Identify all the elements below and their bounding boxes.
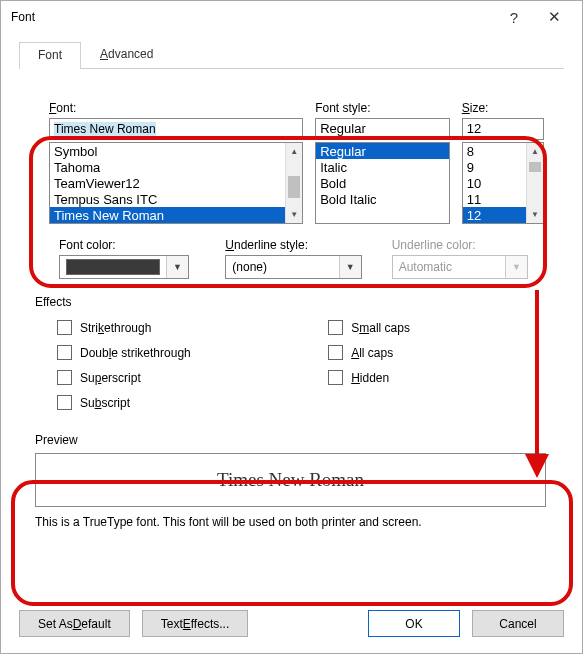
underline-color-label: Underline color: bbox=[392, 238, 528, 252]
font-style-label: Font style: bbox=[315, 101, 450, 115]
underline-style-column: Underline style: (none) ▼ bbox=[225, 238, 361, 279]
effects-label: Effects bbox=[35, 295, 564, 309]
underline-color-dropdown: Automatic ▼ bbox=[392, 255, 528, 279]
preview-label: Preview bbox=[35, 433, 546, 447]
preview-rule-left bbox=[67, 480, 197, 481]
close-button[interactable]: ✕ bbox=[534, 3, 574, 31]
font-selection-row: Font: Times New Roman Symbol Tahoma Team… bbox=[49, 101, 544, 224]
dialog-body: Font Advanced Font: Times New Roman Symb… bbox=[1, 33, 582, 598]
list-item[interactable]: Times New Roman bbox=[50, 207, 302, 223]
subscript-checkbox[interactable]: Subscript bbox=[57, 390, 328, 415]
cancel-button[interactable]: Cancel bbox=[472, 610, 564, 637]
list-item[interactable]: TeamViewer12 bbox=[50, 175, 302, 191]
chevron-down-icon[interactable]: ▼ bbox=[166, 256, 188, 278]
list-item[interactable]: Italic bbox=[316, 159, 449, 175]
scroll-up-icon[interactable]: ▲ bbox=[527, 143, 543, 160]
superscript-checkbox[interactable]: Superscript bbox=[57, 365, 328, 390]
button-bar: Set As Default Text Effects... OK Cancel bbox=[1, 598, 582, 653]
list-item[interactable]: Regular bbox=[316, 143, 449, 159]
font-size-column: Size: 12 8 9 10 11 12 ▲ ▼ bbox=[462, 101, 544, 224]
scroll-thumb[interactable] bbox=[529, 162, 541, 172]
underline-style-dropdown[interactable]: (none) ▼ bbox=[225, 255, 361, 279]
scroll-thumb[interactable] bbox=[288, 176, 300, 198]
scrollbar[interactable]: ▲ ▼ bbox=[285, 143, 302, 223]
effects-group: Effects Strikethrough Double strikethrou… bbox=[35, 295, 564, 415]
strikethrough-checkbox[interactable]: Strikethrough bbox=[57, 315, 328, 340]
list-item[interactable]: Symbol bbox=[50, 143, 302, 159]
tab-strip: Font Advanced bbox=[19, 41, 564, 69]
chevron-down-icon: ▼ bbox=[505, 256, 527, 278]
preview-sample-text: Times New Roman bbox=[217, 469, 364, 491]
font-column: Font: Times New Roman Symbol Tahoma Team… bbox=[49, 101, 303, 224]
list-item[interactable]: Bold Italic bbox=[316, 191, 449, 207]
all-caps-checkbox[interactable]: All caps bbox=[328, 340, 564, 365]
tab-advanced[interactable]: Advanced bbox=[81, 41, 172, 68]
font-color-swatch bbox=[66, 259, 160, 275]
preview-group: Preview Times New Roman This is a TrueTy… bbox=[35, 433, 546, 529]
font-style-column: Font style: Regular Regular Italic Bold … bbox=[315, 101, 450, 224]
font-color-dropdown[interactable]: ▼ bbox=[59, 255, 189, 279]
font-dialog: Font ? ✕ Font Advanced Font: Times New R… bbox=[0, 0, 583, 654]
titlebar: Font ? ✕ bbox=[1, 1, 582, 33]
set-as-default-button[interactable]: Set As Default bbox=[19, 610, 130, 637]
hidden-checkbox[interactable]: Hidden bbox=[328, 365, 564, 390]
scroll-up-icon[interactable]: ▲ bbox=[286, 143, 302, 160]
font-color-label: Font color: bbox=[59, 238, 195, 252]
font-listbox[interactable]: Symbol Tahoma TeamViewer12 Tempus Sans I… bbox=[49, 142, 303, 224]
font-input[interactable]: Times New Roman bbox=[49, 118, 303, 140]
font-size-label: Size: bbox=[462, 101, 544, 115]
list-item[interactable]: Bold bbox=[316, 175, 449, 191]
dialog-title: Font bbox=[11, 10, 494, 24]
scroll-down-icon[interactable]: ▼ bbox=[286, 206, 302, 223]
font-size-input[interactable]: 12 bbox=[462, 118, 544, 140]
underline-style-label: Underline style: bbox=[225, 238, 361, 252]
list-item[interactable]: Tempus Sans ITC bbox=[50, 191, 302, 207]
preview-description: This is a TrueType font. This font will … bbox=[35, 515, 546, 529]
help-button[interactable]: ? bbox=[494, 3, 534, 31]
list-item[interactable]: Tahoma bbox=[50, 159, 302, 175]
scrollbar[interactable]: ▲ ▼ bbox=[526, 143, 543, 223]
ok-button[interactable]: OK bbox=[368, 610, 460, 637]
preview-rule-right bbox=[384, 480, 514, 481]
font-color-column: Font color: ▼ bbox=[59, 238, 195, 279]
font-label: Font: bbox=[49, 101, 303, 115]
scroll-down-icon[interactable]: ▼ bbox=[527, 206, 543, 223]
font-style-listbox[interactable]: Regular Italic Bold Bold Italic bbox=[315, 142, 450, 224]
text-effects-button[interactable]: Text Effects... bbox=[142, 610, 249, 637]
preview-box: Times New Roman bbox=[35, 453, 546, 507]
color-underline-row: Font color: ▼ Underline style: (none) ▼ … bbox=[59, 238, 528, 279]
chevron-down-icon[interactable]: ▼ bbox=[339, 256, 361, 278]
font-style-input[interactable]: Regular bbox=[315, 118, 450, 140]
tab-font[interactable]: Font bbox=[19, 42, 81, 69]
font-size-listbox[interactable]: 8 9 10 11 12 ▲ ▼ bbox=[462, 142, 544, 224]
double-strikethrough-checkbox[interactable]: Double strikethrough bbox=[57, 340, 328, 365]
underline-color-column: Underline color: Automatic ▼ bbox=[392, 238, 528, 279]
small-caps-checkbox[interactable]: Small caps bbox=[328, 315, 564, 340]
